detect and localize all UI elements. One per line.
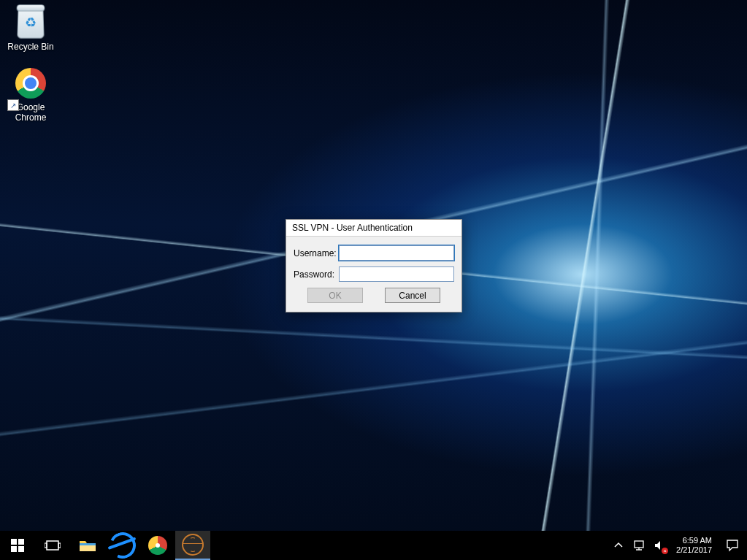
ssl-vpn-auth-dialog: SSL VPN - User Authentication Username: … [286, 219, 462, 312]
system-tray: × 6:59 AM 2/21/2017 [608, 536, 747, 555]
svg-rect-3 [18, 546, 24, 552]
svg-rect-2 [11, 546, 17, 552]
tray-volume[interactable]: × [653, 539, 666, 552]
taskbar-google-chrome[interactable] [140, 531, 175, 560]
clock-time: 6:59 AM [676, 536, 712, 545]
svg-rect-0 [11, 539, 17, 545]
cancel-button[interactable]: Cancel [385, 288, 440, 303]
clock-date: 2/21/2017 [676, 545, 712, 555]
tray-network[interactable] [632, 539, 646, 552]
taskbar-globalprotect[interactable] [175, 531, 210, 560]
taskbar: × 6:59 AM 2/21/2017 [0, 531, 747, 560]
shortcut-overlay-icon: ↗ [7, 99, 19, 111]
windows-logo-icon [11, 539, 24, 552]
password-input[interactable] [339, 266, 454, 282]
chrome-icon [148, 536, 167, 555]
svg-rect-9 [635, 541, 643, 548]
svg-rect-5 [45, 543, 47, 548]
dialog-body: Username: Password: OK Cancel [286, 237, 461, 312]
svg-rect-1 [18, 539, 24, 545]
username-input[interactable] [339, 245, 454, 261]
internet-explorer-icon [106, 529, 139, 560]
desktop-icon-label: Recycle Bin [7, 42, 53, 52]
chevron-up-icon [614, 541, 623, 550]
dialog-title[interactable]: SSL VPN - User Authentication [286, 220, 461, 237]
desktop-icon-google-chrome[interactable]: ↗ Google Chrome [3, 64, 58, 127]
task-view-button[interactable] [35, 531, 70, 560]
network-icon [632, 540, 646, 551]
start-button[interactable] [0, 531, 35, 560]
taskbar-file-explorer[interactable] [70, 531, 105, 560]
username-label: Username: [294, 248, 339, 258]
recycle-bin-icon: ♻ [14, 6, 47, 39]
svg-rect-8 [80, 543, 96, 545]
chrome-icon [14, 66, 47, 100]
desktop-icon-label: Google Chrome [15, 102, 47, 123]
svg-rect-6 [58, 543, 61, 548]
ok-button[interactable]: OK [307, 288, 363, 303]
password-label: Password: [294, 269, 339, 280]
show-hidden-icons-button[interactable] [612, 539, 625, 552]
globe-icon [182, 534, 204, 556]
file-explorer-icon [79, 538, 96, 553]
taskbar-internet-explorer[interactable] [105, 531, 140, 560]
volume-muted-badge: × [662, 548, 668, 554]
desktop-icons: ♻ Recycle Bin ↗ Google Chrome [3, 3, 58, 134]
task-view-icon [45, 540, 61, 551]
desktop-icon-recycle-bin[interactable]: ♻ Recycle Bin [3, 3, 58, 56]
action-center-icon [726, 539, 739, 552]
taskbar-clock[interactable]: 6:59 AM 2/21/2017 [676, 536, 712, 555]
action-center-button[interactable] [722, 539, 743, 552]
svg-rect-4 [47, 541, 58, 550]
